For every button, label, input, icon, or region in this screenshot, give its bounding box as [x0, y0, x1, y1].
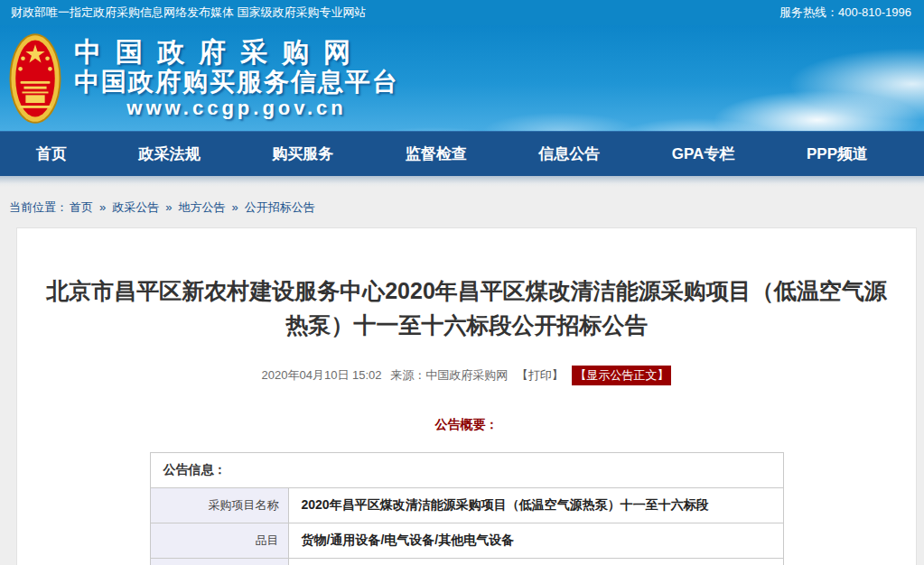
breadcrumb-separator: »	[99, 200, 106, 214]
publish-date: 2020年04月10日 15:02	[262, 368, 382, 382]
nav-item-supervision[interactable]: 监督检查	[406, 144, 467, 164]
breadcrumb-procurement-announcements[interactable]: 政采公告	[112, 199, 159, 216]
brand-text: 中国政府采购网 中国政府购买服务信息平台 www.ccgp.gov.cn	[74, 37, 399, 120]
table-row: 采购单位 北京市昌平区新农村建设服务中心	[150, 559, 783, 565]
nav-item-ppp[interactable]: PPP频道	[807, 144, 868, 164]
show-announcement-body-button[interactable]: 【显示公告正文】	[572, 366, 671, 385]
main-nav: 首页 政采法规 购买服务 监督检查 信息公告 GPA专栏 PPP频道	[0, 131, 924, 176]
nav-item-announcements[interactable]: 信息公告	[538, 144, 600, 164]
table-row: 采购项目名称 2020年昌平区煤改清洁能源采购项目（低温空气源热泵）十一至十六标…	[150, 488, 783, 523]
site-url: www.ccgp.gov.cn	[74, 97, 399, 120]
breadcrumb-home[interactable]: 首页	[70, 199, 93, 216]
row-label-purchaser: 采购单位	[150, 559, 288, 565]
breadcrumb: 当前位置： 首页 » 政采公告 » 地方公告 » 公开招标公告	[0, 187, 924, 227]
article-meta: 2020年04月10日 15:02 来源：中国政府采购网 【打印】 【显示公告正…	[17, 366, 916, 385]
row-label-project-name: 采购项目名称	[150, 488, 288, 523]
summary-heading: 公告概要：	[17, 417, 916, 433]
nav-item-regulations[interactable]: 政采法规	[139, 144, 201, 164]
article-title: 北京市昌平区新农村建设服务中心2020年昌平区煤改清洁能源采购项目（低温空气源热…	[41, 273, 892, 342]
announcement-info-table: 公告信息： 采购项目名称 2020年昌平区煤改清洁能源采购项目（低温空气源热泵）…	[150, 452, 784, 565]
table-row: 品目 货物/通用设备/电气设备/其他电气设备	[150, 523, 783, 559]
breadcrumb-current: 公开招标公告	[245, 199, 315, 216]
row-value-purchaser: 北京市昌平区新农村建设服务中心	[288, 559, 783, 565]
nav-item-home[interactable]: 首页	[36, 144, 67, 164]
nav-item-purchase-services[interactable]: 购买服务	[272, 144, 333, 164]
national-emblem-icon	[9, 32, 61, 125]
print-button[interactable]: 【打印】	[517, 368, 564, 382]
site-header: 中国政府采购网 中国政府购买服务信息平台 www.ccgp.gov.cn	[0, 25, 924, 131]
table-header: 公告信息：	[150, 453, 783, 488]
article-source: 来源：中国政府采购网	[390, 368, 508, 382]
nav-gradient	[0, 176, 924, 187]
topbar: 财政部唯一指定政府采购信息网络发布媒体 国家级政府采购专业网站 服务热线：400…	[0, 0, 924, 25]
row-value-project-name: 2020年昌平区煤改清洁能源采购项目（低温空气源热泵）十一至十六标段	[288, 488, 783, 523]
breadcrumb-separator: »	[165, 200, 172, 214]
breadcrumb-prefix: 当前位置：	[9, 199, 68, 216]
topbar-hotline: 服务热线：400-810-1996	[779, 5, 911, 21]
site-title: 中国政府采购网	[74, 37, 399, 68]
nav-item-gpa[interactable]: GPA专栏	[672, 144, 735, 164]
page: 财政部唯一指定政府采购信息网络发布媒体 国家级政府采购专业网站 服务热线：400…	[0, 0, 924, 565]
site-logo-link[interactable]: 中国政府采购网 中国政府购买服务信息平台 www.ccgp.gov.cn	[9, 32, 399, 125]
content-panel: 北京市昌平区新农村建设服务中心2020年昌平区煤改清洁能源采购项目（低温空气源热…	[16, 227, 917, 565]
topbar-tagline: 财政部唯一指定政府采购信息网络发布媒体 国家级政府采购专业网站	[11, 5, 367, 21]
site-subtitle: 中国政府购买服务信息平台	[74, 68, 399, 97]
breadcrumb-local-announcements[interactable]: 地方公告	[178, 199, 225, 216]
row-value-category: 货物/通用设备/电气设备/其他电气设备	[288, 523, 783, 559]
row-label-category: 品目	[150, 523, 288, 559]
breadcrumb-separator: »	[231, 200, 238, 214]
table-header-row: 公告信息：	[150, 453, 783, 488]
